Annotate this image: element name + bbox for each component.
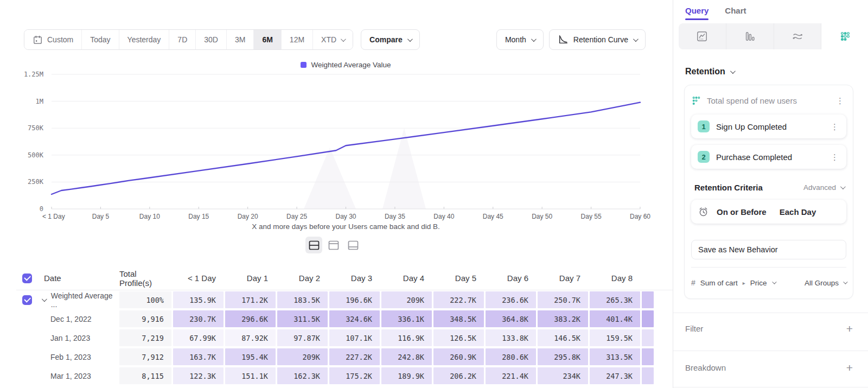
save-behavior-button[interactable]: Save as New Behavior: [691, 240, 846, 259]
retention-value-cell: 209K: [277, 348, 328, 365]
retention-icon: [839, 30, 851, 42]
split-view-toggle[interactable]: [305, 237, 322, 253]
column-header-date[interactable]: Date: [40, 273, 118, 283]
sidebar-tabs: Query Chart: [685, 6, 746, 20]
retention-value-cell: 122.3K: [173, 367, 224, 384]
column-header-day-3[interactable]: Day 3: [329, 273, 380, 283]
add-filter-button[interactable]: [846, 323, 853, 334]
svg-text:Day 60: Day 60: [630, 213, 650, 220]
retention-value-cell: 151.1K: [225, 367, 276, 384]
behavior-step-1[interactable]: 1Sign Up Completed: [691, 115, 846, 138]
column-header-day-4[interactable]: Day 4: [381, 273, 432, 283]
report-main-area: Custom TodayYesterday7D30D3M6M12MXTD Com…: [0, 0, 673, 388]
retention-value-cell: 348.5K: [433, 310, 484, 327]
tab-chart[interactable]: Chart: [725, 6, 746, 20]
row-checkbox[interactable]: [22, 295, 32, 305]
retention-value-cell: 280.6K: [486, 348, 536, 365]
column-header-day-6[interactable]: Day 6: [486, 273, 536, 283]
retention-window-card[interactable]: On or Before Each Day: [691, 200, 846, 224]
column-header-day-1[interactable]: Day 1: [225, 273, 276, 283]
table-row[interactable]: Mar 1, 20238,115122.3K151.1K162.3K175.2K…: [16, 366, 673, 385]
column-header-total-profile-s-[interactable]: Total Profile(s): [119, 269, 171, 288]
column-header-day-8[interactable]: Day 8: [590, 273, 640, 283]
range-custom[interactable]: Custom: [24, 30, 82, 49]
compare-button[interactable]: Compare: [361, 29, 420, 50]
behavior-kebab-menu[interactable]: [834, 96, 846, 106]
svg-text:Day 20: Day 20: [238, 213, 258, 220]
step-event-label[interactable]: Purchase Completed: [716, 152, 822, 162]
flows-tab[interactable]: [774, 23, 822, 49]
step-kebab-menu[interactable]: [828, 122, 841, 132]
range-6m[interactable]: 6M: [254, 30, 281, 49]
retention-value-cell: 247.3K: [590, 367, 640, 384]
funnels-icon: [744, 30, 756, 42]
range-today[interactable]: Today: [82, 30, 119, 49]
column-header-day-2[interactable]: Day 2: [277, 273, 328, 283]
window-unit-dropdown[interactable]: Each Day: [780, 207, 816, 217]
behavior-title[interactable]: Total spend of new users: [707, 96, 828, 105]
filter-row: Filter: [685, 323, 853, 334]
criteria-mode-dropdown[interactable]: Advanced: [803, 183, 844, 192]
add-breakdown-button[interactable]: [846, 362, 853, 373]
retention-value-cell: 97.87K: [277, 329, 328, 346]
measure-row: # Sum of cart ▸ Price All Groups: [691, 267, 846, 291]
column-header-day-5[interactable]: Day 5: [433, 273, 484, 283]
retention-tab[interactable]: [821, 23, 868, 49]
breakdown-row: Breakdown: [685, 362, 853, 373]
retention-dots-icon: [691, 96, 701, 106]
column-header-day-7[interactable]: Day 7: [538, 273, 588, 283]
retention-value-cell: 209K: [381, 291, 432, 308]
insights-tab[interactable]: [679, 23, 726, 49]
row-expand-chevron-icon[interactable]: [42, 296, 47, 302]
svg-text:X and more days before your Us: X and more days before your Users came b…: [252, 222, 440, 231]
retention-section-dropdown[interactable]: Retention: [685, 67, 734, 77]
retention-table: Date Total Profile(s)< 1 DayDay 1Day 2Da…: [16, 266, 673, 385]
table-body: Weighted Average ...100%135.9K171.2K183.…: [16, 290, 673, 385]
row-date-label: Mar 1, 2023: [50, 372, 91, 380]
svg-text:250K: 250K: [28, 178, 44, 186]
range-xtd[interactable]: XTD: [313, 30, 353, 49]
svg-text:Day 55: Day 55: [581, 213, 602, 220]
step-event-label[interactable]: Sign Up Completed: [716, 122, 822, 131]
chart-only-view-toggle[interactable]: [325, 237, 342, 253]
table-row[interactable]: Dec 1, 20229,916230.7K296.6K311.5K324.6K…: [16, 309, 673, 328]
query-sidebar: Query Chart: [673, 0, 868, 388]
measure-event[interactable]: Sum of cart: [700, 279, 738, 287]
chevron-down-icon: [531, 36, 537, 42]
behavior-step-2[interactable]: 2Purchase Completed: [691, 145, 846, 169]
table-row[interactable]: Feb 1, 20237,912163.7K195.4K209K227.2K24…: [16, 347, 673, 366]
table-row[interactable]: Jan 1, 20237,21967.99K87.92K97.87K107.1K…: [16, 328, 673, 347]
select-all-checkbox[interactable]: [22, 273, 32, 283]
column-header--1-day[interactable]: < 1 Day: [173, 273, 224, 283]
groups-dropdown[interactable]: All Groups: [805, 279, 846, 287]
retention-line-chart: 0250K500K750K1M1.25M< 1 DayDay 5Day 10Da…: [0, 57, 673, 236]
chart-type-dropdown[interactable]: Retention Curve: [549, 29, 646, 50]
retention-value-cell: 175.2K: [329, 367, 380, 384]
behavior-card: Total spend of new users 1Sign Up Comple…: [684, 85, 853, 299]
retention-value-cell: 227.2K: [329, 348, 380, 365]
funnels-tab[interactable]: [726, 23, 774, 49]
retention-value-cell: 67.99K: [173, 329, 224, 346]
measure-property[interactable]: Price: [750, 279, 767, 287]
range-yesterday[interactable]: Yesterday: [119, 30, 170, 49]
date-range-group: Custom TodayYesterday7D30D3M6M12MXTD: [24, 29, 353, 50]
range-custom-label: Custom: [47, 35, 73, 44]
range-12m[interactable]: 12M: [282, 30, 313, 49]
table-only-view-toggle[interactable]: [344, 237, 361, 253]
range-7d[interactable]: 7D: [169, 30, 196, 49]
tab-query[interactable]: Query: [685, 6, 709, 20]
retention-value-cell: 234K: [538, 367, 588, 384]
retention-curve-icon: [558, 34, 569, 45]
svg-text:Day 5: Day 5: [92, 213, 110, 220]
range-30d[interactable]: 30D: [196, 30, 227, 49]
retention-value-cell: 126.5K: [433, 329, 484, 346]
svg-text:Day 35: Day 35: [385, 213, 405, 220]
retention-value-cell: 116.9K: [381, 329, 432, 346]
divider: [673, 387, 868, 387]
range-3m[interactable]: 3M: [227, 30, 254, 49]
step-kebab-menu[interactable]: [828, 152, 841, 162]
chevron-down-icon: [772, 279, 776, 284]
granularity-dropdown[interactable]: Month: [496, 29, 544, 50]
window-mode-dropdown[interactable]: On or Before: [717, 207, 767, 217]
table-summary-row[interactable]: Weighted Average ...100%135.9K171.2K183.…: [16, 290, 673, 309]
